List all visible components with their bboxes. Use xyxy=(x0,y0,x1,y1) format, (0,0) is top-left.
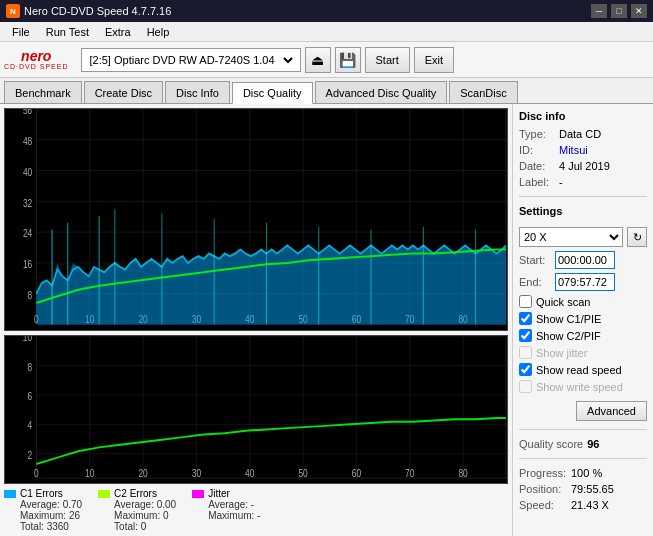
end-row: End: xyxy=(519,273,647,291)
svg-text:4: 4 xyxy=(28,420,33,431)
jitter-max: Maximum: - xyxy=(192,510,260,521)
quick-scan-label: Quick scan xyxy=(536,296,590,308)
svg-text:6: 6 xyxy=(28,391,33,402)
title-bar: N Nero CD-DVD Speed 4.7.7.16 ─ □ ✕ xyxy=(0,0,653,22)
c2-total: Total: 0 xyxy=(98,521,176,532)
start-button[interactable]: Start xyxy=(365,47,410,73)
svg-text:80: 80 xyxy=(458,468,467,479)
c1-total: Total: 3360 xyxy=(4,521,82,532)
start-input[interactable] xyxy=(555,251,615,269)
c2-max: Maximum: 0 xyxy=(98,510,176,521)
eject-button[interactable]: ⏏ xyxy=(305,47,331,73)
svg-text:0: 0 xyxy=(34,468,39,479)
show-c1-checkbox[interactable] xyxy=(519,312,532,325)
main-content: 56 48 40 32 24 16 8 0 10 20 30 40 50 60 … xyxy=(0,104,653,536)
svg-text:60: 60 xyxy=(352,468,361,479)
position-row: Position: 79:55.65 xyxy=(519,483,647,495)
legend-c2: C2 Errors Average: 0.00 Maximum: 0 Total… xyxy=(98,488,176,532)
tab-scandisc[interactable]: ScanDisc xyxy=(449,81,517,103)
show-jitter-row: Show jitter xyxy=(519,346,647,359)
chart-legend: C1 Errors Average: 0.70 Maximum: 26 Tota… xyxy=(0,484,512,536)
svg-text:20: 20 xyxy=(138,468,147,479)
show-c2-label: Show C2/PIF xyxy=(536,330,601,342)
id-value: Mitsui xyxy=(559,144,588,156)
progress-row: Progress: 100 % xyxy=(519,467,647,479)
lower-chart-svg: 10 8 6 4 2 0 10 20 30 40 50 60 70 80 xyxy=(5,336,507,483)
svg-text:56: 56 xyxy=(23,109,32,117)
exit-button[interactable]: Exit xyxy=(414,47,454,73)
svg-text:48: 48 xyxy=(23,135,32,147)
close-button[interactable]: ✕ xyxy=(631,4,647,18)
quality-label: Quality score xyxy=(519,438,583,450)
legend-jitter: Jitter Average: - Maximum: - xyxy=(192,488,260,532)
speed-select[interactable]: 20 X xyxy=(519,227,623,247)
quick-scan-row: Quick scan xyxy=(519,295,647,308)
svg-text:24: 24 xyxy=(23,227,33,239)
end-input[interactable] xyxy=(555,273,615,291)
end-label: End: xyxy=(519,276,551,288)
show-jitter-checkbox xyxy=(519,346,532,359)
minimize-button[interactable]: ─ xyxy=(591,4,607,18)
quality-score-row: Quality score 96 xyxy=(519,438,647,450)
drive-select-dropdown[interactable]: [2:5] Optiarc DVD RW AD-7240S 1.04 xyxy=(86,53,296,67)
save-button[interactable]: 💾 xyxy=(335,47,361,73)
lower-chart: 10 8 6 4 2 0 10 20 30 40 50 60 70 80 xyxy=(4,335,508,484)
advanced-button[interactable]: Advanced xyxy=(576,401,647,421)
progress-label: Progress: xyxy=(519,467,567,479)
speed-row: 20 X ↻ xyxy=(519,227,647,247)
disc-type-row: Type: Data CD xyxy=(519,128,647,140)
divider-1 xyxy=(519,196,647,197)
c2-avg: Average: 0.00 xyxy=(98,499,176,510)
c1-label: C1 Errors xyxy=(20,488,63,499)
quick-scan-checkbox[interactable] xyxy=(519,295,532,308)
tab-create-disc[interactable]: Create Disc xyxy=(84,81,163,103)
show-read-speed-checkbox[interactable] xyxy=(519,363,532,376)
svg-text:8: 8 xyxy=(28,289,33,301)
tabs-container: Benchmark Create Disc Disc Info Disc Qua… xyxy=(0,78,653,104)
menu-runtest[interactable]: Run Test xyxy=(38,24,97,40)
svg-text:16: 16 xyxy=(23,258,32,270)
svg-text:32: 32 xyxy=(23,197,32,209)
drive-selector[interactable]: [2:5] Optiarc DVD RW AD-7240S 1.04 xyxy=(81,48,301,72)
disc-info-title: Disc info xyxy=(519,110,647,122)
c1-max: Maximum: 26 xyxy=(4,510,82,521)
show-write-speed-row: Show write speed xyxy=(519,380,647,393)
nero-logo: nero CD·DVD SPEED xyxy=(4,49,69,70)
title-bar-text: Nero CD-DVD Speed 4.7.7.16 xyxy=(24,5,171,17)
svg-text:10: 10 xyxy=(23,336,32,343)
tab-disc-info[interactable]: Disc Info xyxy=(165,81,230,103)
date-label: Date: xyxy=(519,160,555,172)
right-panel: Disc info Type: Data CD ID: Mitsui Date:… xyxy=(513,104,653,536)
svg-text:70: 70 xyxy=(405,468,414,479)
jitter-avg: Average: - xyxy=(192,499,260,510)
start-row: Start: xyxy=(519,251,647,269)
label-value: - xyxy=(559,176,563,188)
show-read-speed-label: Show read speed xyxy=(536,364,622,376)
show-jitter-label: Show jitter xyxy=(536,347,587,359)
c2-label: C2 Errors xyxy=(114,488,157,499)
tab-benchmark[interactable]: Benchmark xyxy=(4,81,82,103)
menu-bar: File Run Test Extra Help xyxy=(0,22,653,42)
legend-c1: C1 Errors Average: 0.70 Maximum: 26 Tota… xyxy=(4,488,82,532)
show-write-speed-checkbox xyxy=(519,380,532,393)
settings-title: Settings xyxy=(519,205,647,217)
svg-text:40: 40 xyxy=(23,166,32,178)
maximize-button[interactable]: □ xyxy=(611,4,627,18)
jitter-label: Jitter xyxy=(208,488,230,499)
disc-date-row: Date: 4 Jul 2019 xyxy=(519,160,647,172)
app-icon: N xyxy=(6,4,20,18)
tab-advanced-disc-quality[interactable]: Advanced Disc Quality xyxy=(315,81,448,103)
svg-text:30: 30 xyxy=(192,468,201,479)
speed-value: 21.43 X xyxy=(571,499,609,511)
show-c1-label: Show C1/PIE xyxy=(536,313,601,325)
show-c2-checkbox[interactable] xyxy=(519,329,532,342)
menu-extra[interactable]: Extra xyxy=(97,24,139,40)
legend-jitter-header: Jitter xyxy=(192,488,260,499)
refresh-button[interactable]: ↻ xyxy=(627,227,647,247)
legend-c1-header: C1 Errors xyxy=(4,488,82,499)
menu-file[interactable]: File xyxy=(4,24,38,40)
tab-disc-quality[interactable]: Disc Quality xyxy=(232,82,313,104)
disc-id-row: ID: Mitsui xyxy=(519,144,647,156)
menu-help[interactable]: Help xyxy=(139,24,178,40)
svg-text:40: 40 xyxy=(245,468,254,479)
